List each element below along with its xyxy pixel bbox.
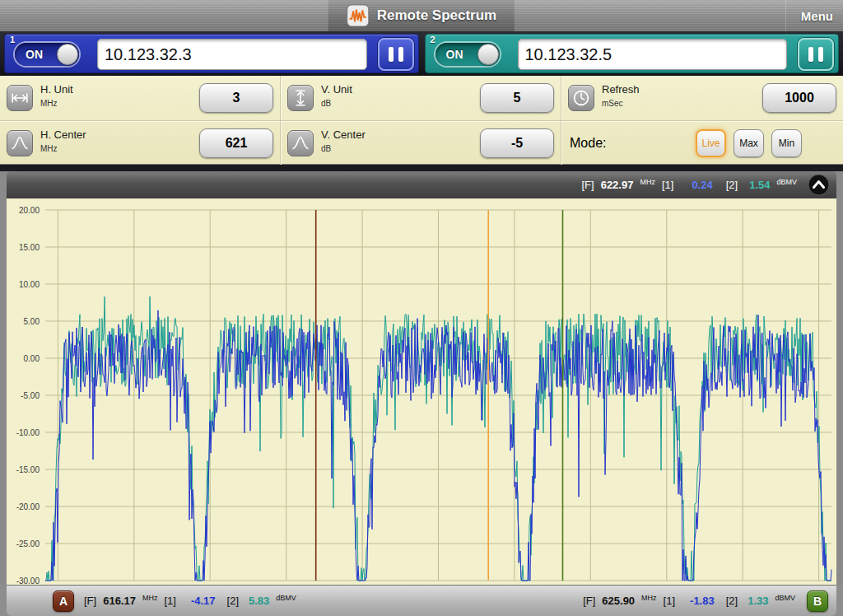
f-marker-label: [F]: [581, 179, 594, 191]
refresh-unit: mSec: [602, 99, 640, 108]
refresh-cell: Refresh mSec 1000: [561, 76, 843, 120]
marker-a-frequency: 616.17: [103, 595, 136, 607]
menu-button[interactable]: Menu: [785, 0, 843, 31]
marker-b-frequency: 625.90: [602, 595, 635, 607]
svg-text:0.00: 0.00: [24, 354, 40, 363]
h-unit-unit: MHz: [40, 99, 73, 108]
y-axis-labels: 20.0015.0010.005.000.00-5.00-10.00-15.00…: [16, 206, 40, 586]
analyzer-2-address-input[interactable]: [518, 39, 788, 70]
analyzer-2-index: 2: [431, 35, 435, 44]
channel-2-label: [2]: [227, 595, 239, 607]
h-unit-cell: H. Unit MHz 3: [0, 76, 281, 120]
marker-a-readout: A [F] 616.17 MHz [1] -4.17 [2] 5.83 dBMV: [53, 590, 296, 612]
grid-lines: [45, 210, 831, 581]
marker-b-ch2-value: 1.33: [748, 595, 768, 607]
channel-1-label: [1]: [164, 595, 175, 607]
titlebar: Remote Spectrum Menu: [0, 0, 843, 32]
spectrum-chart-section: [F] 622.97 MHz [1] 0.24 [2] 1.54 dBMV 20…: [0, 165, 843, 585]
analyzer-2-panel: 2 ON: [425, 34, 840, 73]
analyzer-1-panel: 1 ON: [4, 34, 419, 73]
v-center-label: V. Center: [321, 128, 366, 141]
amplitude-unit: dBMV: [776, 178, 797, 186]
v-center-labels: V. Center dB: [321, 128, 366, 153]
chart-top-band: [0, 165, 843, 171]
v-unit-labels: V. Unit dB: [321, 83, 352, 108]
marker-a-ch1-value: -4.17: [191, 595, 216, 607]
channel-2-label: [2]: [726, 595, 738, 607]
svg-text:-30.00: -30.00: [16, 576, 40, 586]
remote-spectrum-app: Remote Spectrum Menu 1 ON 2 ON: [0, 0, 843, 616]
refresh-label: Refresh: [602, 83, 640, 96]
refresh-clock-icon: [568, 85, 594, 111]
channel-1-value: 0.24: [692, 179, 712, 191]
v-unit-value-button[interactable]: 5: [480, 83, 554, 113]
v-center-value-button[interactable]: -5: [480, 128, 554, 158]
pause-icon: [389, 47, 394, 62]
h-center-cell: H. Center MHz 621: [0, 121, 281, 166]
refresh-value-button[interactable]: 1000: [762, 83, 836, 113]
f-marker-frequency: 622.97: [601, 179, 634, 191]
app-logo-icon: [347, 4, 370, 27]
analyzer-1-pause-button[interactable]: [378, 38, 414, 71]
analyzer-2-pause-button[interactable]: [798, 38, 834, 71]
h-unit-value-button[interactable]: 3: [199, 83, 273, 113]
title-group: Remote Spectrum: [328, 0, 515, 31]
mode-min-button[interactable]: Min: [771, 129, 802, 157]
settings-panel: H. Unit MHz 3 V. Unit dB 5: [0, 76, 843, 165]
marker-a-badge[interactable]: A: [53, 590, 74, 612]
svg-text:-25.00: -25.00: [16, 539, 40, 548]
toggle-knob-icon: [477, 44, 499, 65]
amplitude-unit: dBMV: [276, 594, 296, 602]
analyzer-1-index: 1: [10, 35, 15, 44]
analyzer-1-power-toggle[interactable]: ON: [15, 43, 79, 66]
channel-2-value: 1.54: [749, 179, 770, 191]
channel-2-label: [2]: [726, 179, 738, 191]
h-center-label: H. Center: [40, 128, 86, 141]
v-center-unit: dB: [321, 144, 366, 153]
marker-readout-bar: A [F] 616.17 MHz [1] -4.17 [2] 5.83 dBMV…: [7, 585, 836, 616]
svg-text:20.00: 20.00: [19, 206, 40, 215]
f-marker-label: [F]: [583, 595, 595, 607]
f-marker-label: [F]: [84, 595, 96, 607]
svg-text:-20.00: -20.00: [16, 502, 40, 511]
mode-label: Mode:: [570, 136, 606, 151]
spectrum-plot: 20.0015.0010.005.000.00-5.00-10.00-15.00…: [7, 198, 836, 585]
marker-b-ch1-value: -1.83: [690, 595, 715, 607]
svg-text:10.00: 10.00: [19, 280, 40, 289]
marker-b-badge[interactable]: B: [807, 590, 828, 612]
chart-header: [F] 622.97 MHz [1] 0.24 [2] 1.54 dBMV: [7, 171, 836, 198]
f-marker-freq-unit: MHz: [640, 178, 655, 186]
marker-b-freq-unit: MHz: [641, 594, 657, 602]
pause-icon: [808, 47, 813, 62]
channel-1-label: [1]: [662, 179, 673, 191]
v-unit-label: V. Unit: [321, 83, 352, 96]
mode-live-button[interactable]: Live: [696, 129, 726, 157]
h-center-value-button[interactable]: 621: [199, 128, 273, 158]
svg-text:5.00: 5.00: [24, 317, 40, 326]
spectrum-plot-area[interactable]: 20.0015.0010.005.000.00-5.00-10.00-15.00…: [7, 198, 836, 585]
h-center-unit: MHz: [40, 144, 86, 153]
v-center-peak-icon: [287, 130, 314, 156]
pause-icon: [398, 47, 403, 62]
mode-button-group: Live Max Min: [696, 129, 802, 157]
mode-max-button[interactable]: Max: [734, 129, 764, 157]
pause-icon: [818, 47, 823, 62]
analyzer-1-address-input[interactable]: [97, 39, 367, 70]
marker-a-freq-unit: MHz: [142, 594, 158, 602]
analyzer-connections: 1 ON 2 ON: [0, 31, 843, 76]
v-center-cell: V. Center dB -5: [281, 121, 561, 166]
mode-cell: Mode: Live Max Min: [561, 121, 843, 166]
svg-text:-5.00: -5.00: [21, 391, 40, 400]
settings-row-1: H. Unit MHz 3 V. Unit dB 5: [0, 76, 843, 121]
analyzer-1-on-label: ON: [26, 48, 43, 61]
settings-row-2: H. Center MHz 621 V. Center dB -5 Mode: [0, 121, 843, 166]
horizontal-unit-icon: [7, 85, 33, 111]
v-unit-unit: dB: [321, 99, 352, 108]
app-title: Remote Spectrum: [377, 7, 496, 24]
svg-text:15.00: 15.00: [19, 243, 40, 252]
channel-1-label: [1]: [664, 595, 675, 607]
v-unit-cell: V. Unit dB 5: [281, 76, 561, 120]
collapse-chart-button[interactable]: [808, 174, 830, 196]
analyzer-2-power-toggle[interactable]: ON: [435, 43, 500, 66]
marker-b-readout: [F] 625.90 MHz [1] -1.83 [2] 1.33 dBMV B: [583, 590, 828, 612]
